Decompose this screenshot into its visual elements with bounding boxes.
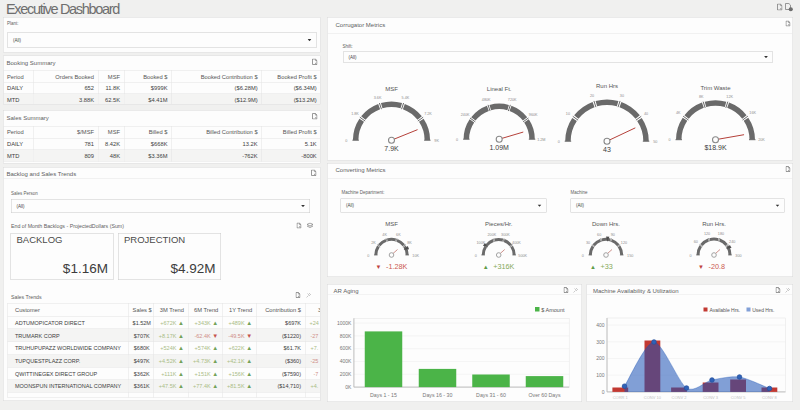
svg-text:1000K: 1000K xyxy=(337,320,352,326)
svg-text:CONV 2: CONV 2 xyxy=(672,395,688,400)
svg-text:1.8K: 1.8K xyxy=(351,112,359,116)
svg-text:CONV 10: CONV 10 xyxy=(644,395,662,400)
svg-text:50: 50 xyxy=(653,140,657,144)
svg-text:+316K: +316K xyxy=(493,262,514,271)
svg-text:40: 40 xyxy=(644,112,648,116)
svg-text:8K: 8K xyxy=(407,241,412,245)
svg-text:Pieces/Hr.: Pieces/Hr. xyxy=(485,221,513,227)
svg-text:7.2K: 7.2K xyxy=(424,112,432,116)
svg-text:-1.28K: -1.28K xyxy=(386,262,408,271)
svg-text:Over 60 Days: Over 60 Days xyxy=(528,392,560,398)
svg-text:90: 90 xyxy=(611,233,615,237)
svg-text:2K: 2K xyxy=(371,241,376,245)
svg-text:$18.9K: $18.9K xyxy=(704,144,727,151)
svg-text:180: 180 xyxy=(718,232,724,236)
svg-text:CONV 5: CONV 5 xyxy=(731,395,747,400)
svg-text:60: 60 xyxy=(597,233,601,237)
svg-text:0: 0 xyxy=(602,389,605,395)
svg-text:▲: ▲ xyxy=(590,264,596,270)
svg-text:8K: 8K xyxy=(699,95,704,99)
svg-text:Run Hrs: Run Hrs xyxy=(596,83,618,89)
svg-text:0: 0 xyxy=(582,254,584,258)
svg-text:1.09M: 1.09M xyxy=(489,144,509,151)
svg-text:5.4K: 5.4K xyxy=(402,96,410,100)
svg-text:600K: 600K xyxy=(340,345,352,351)
svg-text:1.2M: 1.2M xyxy=(537,138,545,142)
svg-text:100: 100 xyxy=(596,372,605,378)
svg-text:400K: 400K xyxy=(340,358,352,364)
svg-text:0: 0 xyxy=(456,138,458,142)
svg-text:720K: 720K xyxy=(508,98,517,102)
svg-text:30: 30 xyxy=(586,241,590,245)
svg-text:+33: +33 xyxy=(601,262,613,271)
svg-text:Days 1 - 15: Days 1 - 15 xyxy=(370,392,397,398)
svg-text:16K: 16K xyxy=(749,111,756,115)
svg-text:150: 150 xyxy=(627,254,633,258)
svg-text:20K: 20K xyxy=(758,138,765,142)
svg-text:Trim Waste: Trim Waste xyxy=(700,85,731,91)
svg-text:200K: 200K xyxy=(340,371,352,377)
svg-text:0K: 0K xyxy=(345,384,352,390)
svg-text:300K: 300K xyxy=(501,233,510,237)
svg-text:120: 120 xyxy=(704,232,710,236)
svg-text:0: 0 xyxy=(558,140,560,144)
svg-text:960K: 960K xyxy=(529,113,538,117)
svg-text:0: 0 xyxy=(367,254,369,258)
svg-text:400: 400 xyxy=(596,322,605,328)
svg-text:240K: 240K xyxy=(461,113,470,117)
svg-text:800K: 800K xyxy=(340,333,352,339)
svg-text:20: 20 xyxy=(590,94,594,98)
svg-text:▼: ▼ xyxy=(376,264,382,270)
svg-text:300: 300 xyxy=(596,339,605,345)
svg-text:12K: 12K xyxy=(726,95,733,99)
svg-text:480K: 480K xyxy=(482,98,491,102)
svg-text:CONV 8: CONV 8 xyxy=(762,395,778,400)
svg-text:60: 60 xyxy=(694,240,698,244)
svg-text:4K: 4K xyxy=(382,233,387,237)
svg-text:▲: ▲ xyxy=(483,264,489,270)
svg-text:30: 30 xyxy=(620,94,624,98)
svg-text:300: 300 xyxy=(735,254,741,258)
svg-text:CORR 1: CORR 1 xyxy=(613,395,629,400)
svg-text:400K: 400K xyxy=(512,241,521,245)
svg-text:9K: 9K xyxy=(434,139,439,143)
svg-text:43: 43 xyxy=(603,146,611,153)
svg-text:Days 16 - 30: Days 16 - 30 xyxy=(423,392,453,398)
svg-text:Lineal Ft.: Lineal Ft. xyxy=(487,86,512,92)
svg-text:10K: 10K xyxy=(412,254,419,258)
svg-text:0: 0 xyxy=(668,138,670,142)
svg-text:120: 120 xyxy=(621,241,627,245)
svg-text:MSF: MSF xyxy=(385,86,398,92)
svg-text:-20.8: -20.8 xyxy=(709,262,726,271)
svg-text:Down Hrs.: Down Hrs. xyxy=(592,221,620,227)
svg-text:▼: ▼ xyxy=(698,264,704,270)
svg-text:Days 31 - 60: Days 31 - 60 xyxy=(476,392,506,398)
svg-text:500K: 500K xyxy=(518,254,527,258)
svg-text:7.9K: 7.9K xyxy=(384,145,399,152)
svg-text:10: 10 xyxy=(566,112,570,116)
svg-text:200: 200 xyxy=(596,355,605,361)
svg-text:CONV 3: CONV 3 xyxy=(703,395,719,400)
svg-text:3.6K: 3.6K xyxy=(374,96,382,100)
svg-text:0: 0 xyxy=(475,254,477,258)
svg-text:200K: 200K xyxy=(488,233,497,237)
svg-text:Run Hrs.: Run Hrs. xyxy=(702,221,726,227)
svg-text:6K: 6K xyxy=(396,233,401,237)
svg-text:4K: 4K xyxy=(676,111,681,115)
svg-text:MSF: MSF xyxy=(385,221,398,227)
svg-text:0: 0 xyxy=(345,139,347,143)
svg-text:0: 0 xyxy=(689,254,691,258)
svg-text:240: 240 xyxy=(729,240,735,244)
